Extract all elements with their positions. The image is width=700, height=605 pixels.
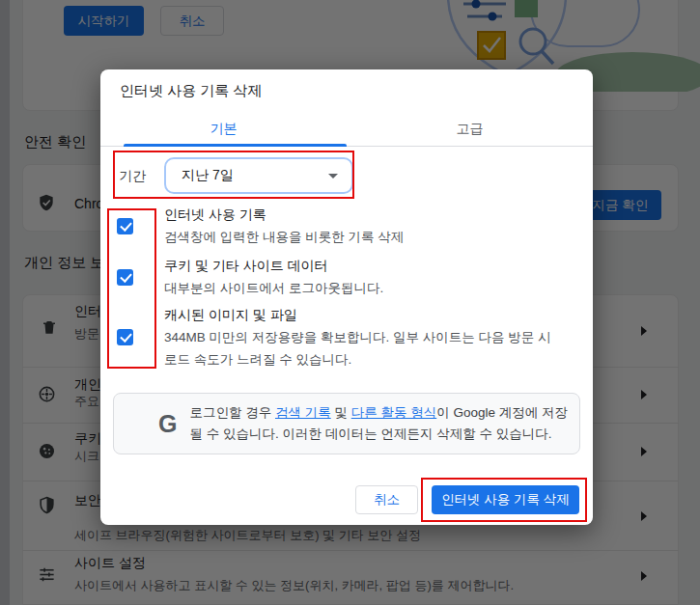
checkbox-label: 캐시된 이미지 및 파일 — [164, 304, 566, 326]
note-part2: 및 — [331, 405, 351, 420]
checkbox-row-cookies: 쿠키 및 기타 사이트 데이터 대부분의 사이트에서 로그아웃됩니다. — [117, 255, 566, 299]
other-activity-link[interactable]: 다른 활동 형식 — [351, 405, 437, 420]
clear-data-confirm-button[interactable]: 인터넷 사용 기록 삭제 — [432, 485, 579, 514]
dialog-cancel-button[interactable]: 취소 — [355, 485, 418, 514]
checkbox-description: 대부분의 사이트에서 로그아웃됩니다. — [164, 277, 566, 299]
active-tab-underline — [124, 144, 347, 147]
note-part1: 로그인할 경우 — [189, 405, 275, 420]
checkbox-row-browsing-history: 인터넷 사용 기록 검색창에 입력한 내용을 비롯한 기록 삭제 — [117, 204, 566, 248]
cached-files-checkbox[interactable] — [117, 329, 133, 345]
time-range-label: 기간 — [119, 168, 146, 185]
chevron-down-icon — [328, 174, 338, 179]
search-history-link[interactable]: 검색 기록 — [275, 405, 331, 420]
signin-note-text: 로그인할 경우 검색 기록 및 다른 활동 형식이 Google 계정에 저장될… — [189, 402, 575, 445]
google-g-icon: G — [158, 410, 177, 438]
cookies-checkbox[interactable] — [117, 269, 133, 286]
checkbox-row-cached-files: 캐시된 이미지 및 파일 344MB 미만의 저장용량을 확보합니다. 일부 사… — [117, 304, 566, 371]
tab-basic[interactable]: 기본 — [100, 113, 347, 146]
time-range-value: 지난 7일 — [182, 167, 328, 184]
chrome-settings-page: Chrome의 주요 개인 정보 보호 및 보안 제어 기능을 살펴봅 니다. … — [0, 0, 700, 605]
checkbox-label: 쿠키 및 기타 사이트 데이터 — [164, 255, 566, 277]
dialog-title: 인터넷 사용 기록 삭제 — [120, 82, 263, 100]
browsing-history-checkbox[interactable] — [117, 218, 133, 234]
google-signin-note: G 로그인할 경우 검색 기록 및 다른 활동 형식이 Google 계정에 저… — [113, 393, 580, 454]
checkbox-label: 인터넷 사용 기록 — [164, 204, 566, 226]
dialog-tabs: 기본 고급 — [100, 113, 593, 147]
clear-browsing-data-dialog: 인터넷 사용 기록 삭제 기본 고급 기간 지난 7일 인터넷 사용 기록 검색… — [100, 69, 593, 525]
time-range-select[interactable]: 지난 7일 — [164, 157, 353, 194]
checkbox-description: 344MB 미만의 저장용량을 확보합니다. 일부 사이트는 다음 방문 시 로… — [164, 326, 566, 371]
tab-advanced[interactable]: 고급 — [347, 113, 593, 146]
checkbox-description: 검색창에 입력한 내용을 비롯한 기록 삭제 — [164, 226, 566, 248]
